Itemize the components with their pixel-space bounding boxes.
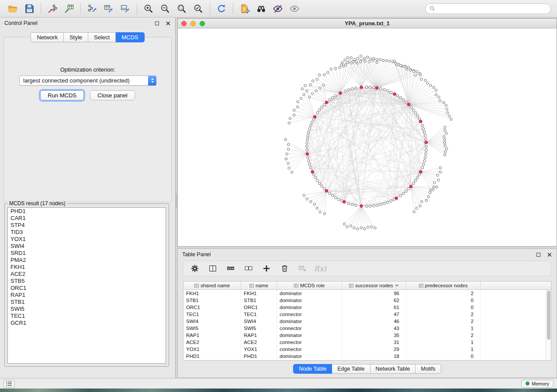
find-button[interactable] <box>253 2 270 16</box>
table-row[interactable]: ORC1ORC1dominator610 <box>183 304 551 311</box>
column-label: successor nodes <box>355 283 393 288</box>
run-mcds-button[interactable]: Run MCDS <box>40 90 84 100</box>
table-toolbar: f(x) <box>183 261 551 276</box>
export-document-button[interactable] <box>236 2 253 16</box>
toolbar-separator <box>80 3 81 14</box>
network-window-title: YPA_prune.txt_1 <box>178 20 557 27</box>
style-details-button[interactable] <box>270 2 286 16</box>
table-row[interactable]: YOX1YOX1connector291 <box>183 346 551 353</box>
save-session-button[interactable] <box>21 2 38 16</box>
table-row[interactable]: PHD1PHD1dominator180 <box>183 353 551 360</box>
mcds-result-item[interactable]: SWI5 <box>8 306 166 313</box>
column-header-successor-nodes[interactable]: successor nodes <box>342 282 406 289</box>
mcds-result-item[interactable]: TID3 <box>8 229 166 236</box>
table-row[interactable]: SWI5SWI5connector431 <box>183 325 551 332</box>
function-builder-button[interactable]: f(x) <box>315 263 325 274</box>
task-history-button[interactable] <box>3 380 15 388</box>
show-columns-button[interactable] <box>208 263 218 274</box>
close-panel-button[interactable]: Close panel <box>90 90 135 100</box>
tab-node-table[interactable]: Node Table <box>293 364 332 374</box>
export-image-button[interactable] <box>117 2 134 16</box>
export-network-button[interactable] <box>84 2 100 16</box>
table-cell: 1 <box>406 325 481 332</box>
deselect-all-button[interactable] <box>243 263 254 274</box>
table-row[interactable]: FKH1FKH1dominator962 <box>183 290 551 297</box>
table-cell <box>481 304 551 311</box>
mcds-result-item[interactable]: YOX1 <box>8 236 166 243</box>
memory-label: Memory <box>532 381 549 386</box>
table-cell: connector <box>277 325 342 332</box>
table-scrollbar[interactable] <box>546 290 551 360</box>
mcds-result-item[interactable]: PHD1 <box>8 208 166 215</box>
table-cell: connector <box>277 339 342 346</box>
open-session-button[interactable] <box>4 2 21 16</box>
search-input[interactable] <box>438 6 547 12</box>
mcds-result-item[interactable]: STB5 <box>8 278 166 285</box>
network-graph[interactable] <box>178 28 557 246</box>
mcds-result-item[interactable]: RAP1 <box>8 292 166 299</box>
export-table-button[interactable] <box>100 2 117 16</box>
workspace-area: YPA_prune.txt_1 Table Panel ✕ <box>176 17 557 378</box>
control-panel-tabs: Network Style Select MCDS <box>0 32 175 42</box>
mcds-result-item[interactable]: STP4 <box>8 222 166 229</box>
select-all-button[interactable] <box>225 263 236 274</box>
mcds-result-item[interactable]: TEC1 <box>8 313 166 320</box>
apply-layout-button[interactable] <box>213 2 230 16</box>
table-cell: ACE2 <box>241 339 277 346</box>
memory-button[interactable]: Memory <box>521 380 554 388</box>
column-header-name[interactable]: name <box>241 282 277 289</box>
mcds-result-item[interactable]: ACE2 <box>8 271 166 278</box>
table-row[interactable]: ACE2ACE2connector311 <box>183 339 551 346</box>
mcds-result-item[interactable]: CAR1 <box>8 215 166 222</box>
import-table-button[interactable] <box>61 2 77 16</box>
table-panel-header: Table Panel ✕ <box>178 249 557 260</box>
import-network-button[interactable] <box>44 2 61 16</box>
table-row[interactable]: RAP1RAP1dominator352 <box>183 332 551 339</box>
tab-motifs[interactable]: Motifs <box>415 364 441 374</box>
table-body: FKH1FKH1dominator962STB1STB1dominator620… <box>183 290 551 360</box>
zoom-selected-button[interactable] <box>190 2 207 16</box>
mcds-result-item[interactable]: STB1 <box>8 299 166 306</box>
table-settings-button[interactable] <box>190 263 200 274</box>
tab-edge-table[interactable]: Edge Table <box>332 364 370 374</box>
column-header-predecessor-nodes[interactable]: predecessor nodes <box>406 282 481 289</box>
search-box[interactable] <box>425 3 551 14</box>
float-panel-icon[interactable] <box>536 253 540 257</box>
tab-select[interactable]: Select <box>88 32 116 42</box>
delete-column-button[interactable] <box>279 263 290 274</box>
mcds-result-item[interactable]: SWI4 <box>8 243 166 250</box>
dropdown-stepper[interactable] <box>148 76 156 86</box>
table-cell: 1 <box>406 346 481 353</box>
tab-network-table[interactable]: Network Table <box>370 364 416 374</box>
mcds-result-item[interactable]: ORC1 <box>8 285 166 292</box>
close-panel-icon[interactable]: ✕ <box>547 251 552 258</box>
close-panel-icon[interactable]: ✕ <box>165 20 171 27</box>
column-header-shared-name[interactable]: shared name <box>183 282 241 289</box>
mcds-result-list[interactable]: PHD1CAR1STP4TID3YOX1SWI4SRD1PMA2FKH1ACE2… <box>7 207 166 364</box>
mcds-result-item[interactable]: SRD1 <box>8 250 166 257</box>
add-column-button[interactable] <box>261 263 272 274</box>
table-cell: 2 <box>406 318 481 325</box>
zoom-in-button[interactable] <box>140 2 157 16</box>
tab-network[interactable]: Network <box>31 32 64 42</box>
column-header-mcds-role[interactable]: MCDS role <box>277 282 342 289</box>
optimization-criterion-select[interactable]: largest connected component (undirected) <box>19 76 156 86</box>
mcds-result-item[interactable]: PMA2 <box>8 257 166 264</box>
delete-table-button[interactable] <box>297 263 308 274</box>
float-panel-icon[interactable] <box>155 21 159 25</box>
mcds-result-item[interactable]: FKH1 <box>8 264 166 271</box>
eye-icon <box>289 3 300 14</box>
tab-mcds[interactable]: MCDS <box>116 32 144 42</box>
zoom-out-button[interactable] <box>157 2 173 16</box>
network-canvas[interactable] <box>178 28 557 246</box>
network-window-titlebar[interactable]: YPA_prune.txt_1 <box>178 19 557 28</box>
table-row[interactable]: TEC1TEC1connector472 <box>183 311 551 318</box>
graphics-details-button[interactable] <box>286 2 303 16</box>
table-row[interactable]: SWI4SWI4dominator462 <box>183 318 551 325</box>
zoom-fit-button[interactable] <box>173 2 190 16</box>
scrollbar-thumb[interactable] <box>547 291 550 340</box>
column-label: name <box>256 283 268 288</box>
table-row[interactable]: STB1STB1dominator620 <box>183 297 551 304</box>
tab-style[interactable]: Style <box>64 32 88 42</box>
mcds-result-item[interactable]: GCR1 <box>8 320 166 327</box>
